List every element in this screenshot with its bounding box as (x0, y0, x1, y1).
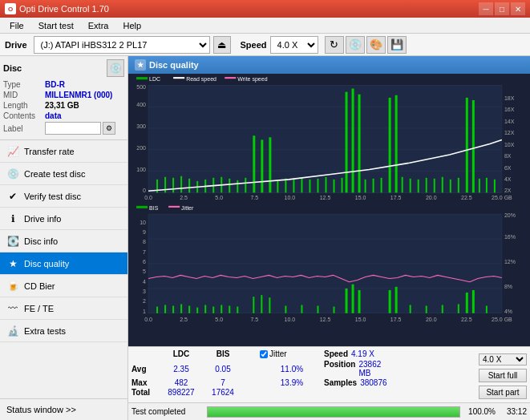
menu-extra[interactable]: Extra (82, 19, 115, 32)
svg-text:12X: 12X (504, 130, 515, 136)
disc-label-input[interactable] (45, 122, 101, 135)
speed-select-drive[interactable]: 4.0 X (270, 36, 318, 54)
svg-rect-26 (172, 178, 174, 193)
titlebar-controls: ─ □ ✕ (479, 2, 525, 15)
svg-rect-44 (317, 179, 318, 193)
progress-time: 33:12 (499, 407, 527, 416)
start-part-button[interactable]: Start part (479, 386, 527, 399)
app-icon: O (5, 3, 16, 14)
nav-create-test-disc[interactable]: 💿 Create test disc (0, 163, 127, 185)
color-button[interactable]: 🎨 (366, 36, 386, 54)
nav-items: 📈 Transfer rate 💿 Create test disc ✔ Ver… (0, 140, 127, 398)
svg-rect-111 (220, 305, 222, 313)
svg-rect-110 (212, 307, 214, 313)
avg-label: Avg (131, 365, 160, 374)
disc-label-button[interactable]: ⚙ (103, 122, 115, 135)
total-label: Total (131, 388, 160, 397)
menu-start-test[interactable]: Start test (32, 19, 80, 32)
svg-text:0: 0 (143, 188, 146, 194)
nav-fe-te[interactable]: 〰 FE / TE (0, 297, 127, 320)
start-full-button[interactable]: Start full (479, 369, 527, 382)
svg-rect-109 (204, 305, 206, 313)
minimize-button[interactable]: ─ (479, 2, 493, 15)
progress-bar-outer (207, 406, 460, 418)
nav-transfer-rate-label: Transfer rate (24, 147, 75, 156)
svg-rect-105 (172, 306, 174, 313)
disc-icon-button[interactable]: 💿 (107, 59, 124, 77)
svg-text:300: 300 (136, 123, 146, 130)
progress-area: Test completed 100.0% 33:12 (128, 402, 530, 420)
progress-percent: 100.0% (463, 407, 496, 416)
position-label: Position (324, 360, 355, 378)
nav-drive-info[interactable]: ℹ Drive info (0, 208, 127, 230)
jitter-checkbox[interactable] (260, 350, 268, 358)
svg-text:5.0: 5.0 (215, 317, 223, 323)
nav-transfer-rate[interactable]: 📈 Transfer rate (0, 140, 127, 163)
svg-rect-28 (188, 179, 190, 193)
svg-rect-131 (472, 290, 475, 313)
menu-file[interactable]: File (3, 19, 30, 32)
svg-text:10X: 10X (504, 142, 515, 148)
nav-disc-info[interactable]: 💽 Disc info (0, 230, 127, 252)
svg-text:17.5: 17.5 (390, 195, 402, 201)
disc-button[interactable]: 💿 (346, 36, 365, 54)
disc-panel: Disc 💿 Type BD-R MID MILLENMR1 (000) Len… (0, 56, 127, 140)
svg-text:3: 3 (143, 289, 146, 295)
svg-rect-36 (253, 135, 255, 192)
main-area: Disc 💿 Type BD-R MID MILLENMR1 (000) Len… (0, 56, 530, 420)
svg-text:Jitter: Jitter (181, 205, 194, 212)
speed-select-chart[interactable]: 4.0 X (479, 353, 527, 365)
svg-text:7.5: 7.5 (250, 317, 258, 323)
close-button[interactable]: ✕ (511, 2, 525, 15)
nav-extra-tests-label: Extra tests (24, 326, 66, 336)
legend-read-speed: Read speed (186, 76, 216, 83)
eject-button[interactable]: ⏏ (213, 36, 231, 54)
svg-rect-4 (148, 85, 502, 192)
stats-ldc-header: LDC (160, 349, 202, 358)
stats-max-row: Max 482 7 13.9% Samples 380876 (131, 378, 472, 387)
svg-rect-107 (188, 306, 190, 313)
svg-text:4: 4 (143, 279, 146, 285)
svg-rect-132 (486, 306, 488, 313)
menu-help[interactable]: Help (116, 19, 148, 32)
stats-bis-header: BIS (202, 349, 244, 358)
disc-type-label: Type (3, 80, 45, 89)
drive-select[interactable]: (J:) ATAPI iHBS312 2 PL17 (34, 36, 210, 54)
svg-rect-39 (277, 180, 278, 192)
nav-cd-bier-label: CD Bier (24, 281, 55, 291)
svg-rect-25 (164, 177, 166, 193)
refresh-button[interactable]: ↻ (325, 36, 344, 54)
svg-text:6X: 6X (504, 164, 512, 171)
svg-text:0.0: 0.0 (144, 317, 152, 323)
svg-text:5.0: 5.0 (215, 195, 223, 201)
stats-left: LDC BIS Jitter Speed 4.19 X Avg 2.35 (128, 347, 475, 402)
nav-verify-test-disc[interactable]: ✔ Verify test disc (0, 185, 127, 208)
speed-avg-value: 4.19 X (351, 349, 374, 358)
svg-rect-118 (301, 305, 302, 313)
nav-cd-bier[interactable]: 🍺 CD Bier (0, 275, 127, 297)
position-container: Position 23862 MB (324, 360, 380, 378)
save-button[interactable]: 💾 (387, 36, 407, 54)
svg-rect-37 (261, 139, 263, 192)
svg-rect-33 (229, 179, 230, 193)
maximize-button[interactable]: □ (495, 2, 509, 15)
svg-rect-61 (442, 177, 443, 193)
svg-text:12.5: 12.5 (320, 195, 331, 201)
svg-text:0.0: 0.0 (144, 195, 152, 201)
svg-text:25.0 GB: 25.0 GB (492, 195, 512, 201)
disc-type-row: Type BD-R (3, 80, 124, 89)
svg-text:15.0: 15.0 (355, 317, 366, 323)
fe-te-icon: 〰 (6, 302, 19, 315)
status-window-button[interactable]: Status window >> (0, 399, 127, 420)
toolbar-icons: ↻ 💿 🎨 💾 (325, 36, 407, 54)
svg-rect-56 (402, 177, 403, 193)
svg-rect-35 (245, 178, 246, 193)
nav-disc-quality[interactable]: ★ Disc quality (0, 252, 127, 275)
disc-label-label: Label (3, 124, 45, 133)
svg-text:17.5: 17.5 (390, 317, 402, 323)
cd-bier-icon: 🍺 (6, 280, 19, 293)
nav-extra-tests[interactable]: 🔬 Extra tests (0, 320, 127, 342)
svg-text:15.0: 15.0 (355, 195, 366, 201)
nav-verify-test-disc-label: Verify test disc (24, 192, 81, 201)
svg-rect-106 (180, 304, 182, 313)
